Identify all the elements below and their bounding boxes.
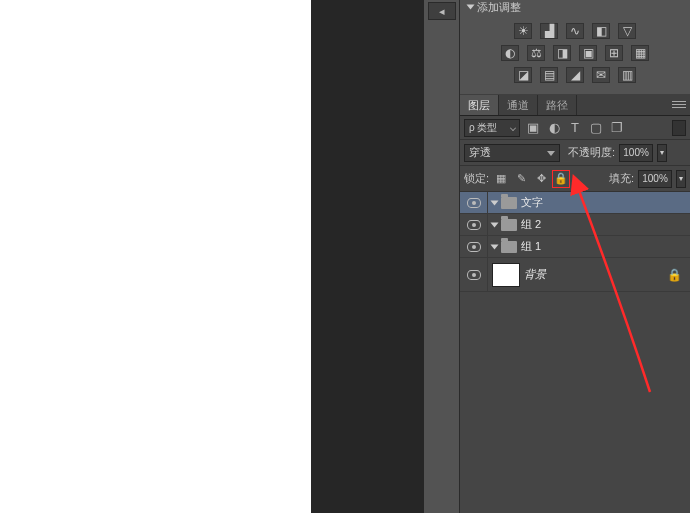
disclosure-icon <box>467 5 475 10</box>
lock-all-icon[interactable]: 🔒 <box>553 171 569 187</box>
hue-saturation-icon[interactable]: ◐ <box>501 45 519 61</box>
layer-row[interactable]: 背景 🔒 <box>460 258 690 292</box>
group-disclosure-icon[interactable] <box>491 222 499 227</box>
folder-icon <box>501 241 517 253</box>
visibility-toggle[interactable] <box>460 214 488 235</box>
filter-adjustment-icon[interactable]: ◐ <box>546 120 562 136</box>
fill-dropdown-icon[interactable]: ▾ <box>676 170 686 188</box>
eye-icon <box>467 270 481 280</box>
posterize-icon[interactable]: ▤ <box>540 67 558 83</box>
right-panel: 添加调整 ☀ ▟ ∿ ◧ ▽ ◐ ⚖ ◨ ▣ ⊞ ▦ ◪ ▤ ◢ ✉ ▥ 图层 … <box>460 0 690 513</box>
brightness-contrast-icon[interactable]: ☀ <box>514 23 532 39</box>
lock-icon: 🔒 <box>667 268 682 282</box>
tab-channels[interactable]: 通道 <box>499 95 538 115</box>
filter-kind-label: 类型 <box>477 121 497 135</box>
blend-mode-select[interactable]: 穿透 <box>464 144 560 162</box>
layer-row[interactable]: 组 1 <box>460 236 690 258</box>
pasteboard-area <box>311 0 424 513</box>
group-disclosure-icon[interactable] <box>491 244 499 249</box>
opacity-dropdown-icon[interactable]: ▾ <box>657 144 667 162</box>
curves-icon[interactable]: ∿ <box>566 23 584 39</box>
exposure-icon[interactable]: ◧ <box>592 23 610 39</box>
panel-menu-icon[interactable] <box>672 98 686 110</box>
threshold-icon[interactable]: ◢ <box>566 67 584 83</box>
layers-empty-area[interactable] <box>460 292 690 513</box>
layer-row[interactable]: 文字 <box>460 192 690 214</box>
panel-tabs: 图层 通道 路径 <box>460 94 690 116</box>
levels-icon[interactable]: ▟ <box>540 23 558 39</box>
layer-filter-row: ρ 类型 ▣ ◐ T ▢ ❐ <box>460 116 690 140</box>
black-white-icon[interactable]: ◨ <box>553 45 571 61</box>
photo-filter-icon[interactable]: ▣ <box>579 45 597 61</box>
filter-type-icon[interactable]: T <box>567 120 583 136</box>
filter-pixel-icon[interactable]: ▣ <box>525 120 541 136</box>
opacity-label: 不透明度: <box>568 145 615 160</box>
group-disclosure-icon[interactable] <box>491 200 499 205</box>
filter-shape-icon[interactable]: ▢ <box>588 120 604 136</box>
layer-name[interactable]: 背景 <box>524 267 546 282</box>
eye-icon <box>467 220 481 230</box>
lock-position-icon[interactable]: ✥ <box>533 171 549 187</box>
lock-row: 锁定: ▦ ✎ ✥ 🔒 填充: 100% ▾ <box>460 166 690 192</box>
lock-label: 锁定: <box>464 171 489 186</box>
tab-layers[interactable]: 图层 <box>460 95 499 115</box>
fill-label: 填充: <box>609 171 634 186</box>
filter-kind-select[interactable]: ρ 类型 <box>464 119 520 137</box>
folder-icon <box>501 219 517 231</box>
adjustments-grid: ☀ ▟ ∿ ◧ ▽ ◐ ⚖ ◨ ▣ ⊞ ▦ ◪ ▤ ◢ ✉ ▥ <box>460 14 690 94</box>
filter-smart-icon[interactable]: ❐ <box>609 120 625 136</box>
opacity-value[interactable]: 100% <box>619 144 653 162</box>
gradient-map-icon[interactable]: ✉ <box>592 67 610 83</box>
color-lookup-icon[interactable]: ▦ <box>631 45 649 61</box>
lock-transparency-icon[interactable]: ▦ <box>493 171 509 187</box>
filter-toggle-switch[interactable] <box>672 120 686 136</box>
adjustments-title: 添加调整 <box>477 0 521 15</box>
layer-row[interactable]: 组 2 <box>460 214 690 236</box>
visibility-toggle[interactable] <box>460 258 488 291</box>
eye-icon <box>467 242 481 252</box>
panel-dock-strip: ◂ <box>424 0 460 513</box>
eye-icon <box>467 198 481 208</box>
vibrance-icon[interactable]: ▽ <box>618 23 636 39</box>
channel-mixer-icon[interactable]: ⊞ <box>605 45 623 61</box>
blend-row: 穿透 不透明度: 100% ▾ <box>460 140 690 166</box>
lock-image-icon[interactable]: ✎ <box>513 171 529 187</box>
folder-icon <box>501 197 517 209</box>
canvas-area[interactable] <box>0 0 311 513</box>
layer-name[interactable]: 文字 <box>521 195 543 210</box>
tab-paths[interactable]: 路径 <box>538 95 577 115</box>
filter-kind-prefix: ρ <box>469 122 475 133</box>
visibility-toggle[interactable] <box>460 192 488 213</box>
layer-thumbnail[interactable] <box>492 263 520 287</box>
selective-color-icon[interactable]: ▥ <box>618 67 636 83</box>
adjustments-header[interactable]: 添加调整 <box>460 0 690 14</box>
layer-name[interactable]: 组 1 <box>521 239 541 254</box>
layers-list: 文字 组 2 组 1 背景 🔒 <box>460 192 690 292</box>
collapse-panel-button[interactable]: ◂ <box>428 2 456 20</box>
blend-mode-value: 穿透 <box>469 145 491 160</box>
visibility-toggle[interactable] <box>460 236 488 257</box>
fill-value[interactable]: 100% <box>638 170 672 188</box>
invert-icon[interactable]: ◪ <box>514 67 532 83</box>
color-balance-icon[interactable]: ⚖ <box>527 45 545 61</box>
layer-name[interactable]: 组 2 <box>521 217 541 232</box>
